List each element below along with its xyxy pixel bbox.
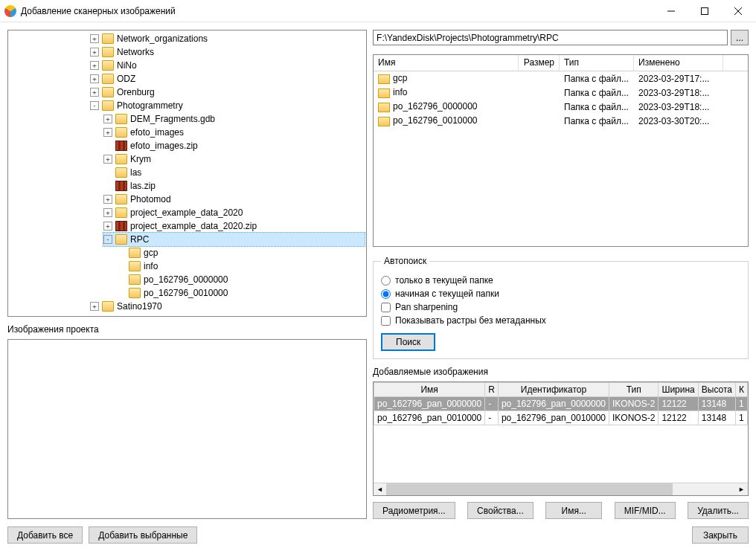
tree-item[interactable]: +DEM_Fragments.gdb	[103, 112, 365, 126]
scroll-thumb[interactable]	[386, 483, 673, 496]
collapse-icon[interactable]: -	[103, 235, 112, 244]
tree-item[interactable]: po_162796_0000000	[117, 273, 365, 286]
grid-cell: IKONOS-2	[609, 397, 659, 411]
tree-item-label: RPC	[130, 234, 149, 245]
tree-item-label: DEM_Fragments.gdb	[130, 114, 215, 124]
properties-button[interactable]: Свойства...	[467, 502, 534, 519]
file-list[interactable]: Имя Размер Тип Изменено gcpПапка с файл.…	[373, 54, 749, 247]
expand-icon[interactable]: +	[103, 128, 112, 137]
grid-col-width[interactable]: Ширина	[659, 383, 698, 397]
tree-item[interactable]: +project_example_data_2020.zip	[103, 219, 365, 233]
close-dialog-button[interactable]: Закрыть	[692, 526, 749, 544]
collapse-icon[interactable]: -	[90, 101, 99, 110]
tree-item[interactable]: +NiNo	[90, 59, 365, 72]
tree-item[interactable]: +Orenburg	[90, 86, 365, 99]
browse-button[interactable]: ...	[731, 30, 749, 45]
project-images-list[interactable]	[7, 339, 367, 519]
add-all-button[interactable]: Добавить все	[7, 526, 83, 544]
grid-col-height[interactable]: Высота	[698, 383, 735, 397]
tree-item[interactable]: info	[117, 260, 365, 273]
grid-row[interactable]: po_162796_pan_0010000-po_162796_pan_0010…	[374, 411, 748, 425]
grid-cell: 1	[736, 411, 748, 425]
mifmid-button[interactable]: MIF/MID...	[615, 502, 676, 519]
file-row[interactable]: gcpПапка с файл...2023-03-29T17:...	[374, 71, 748, 86]
tree-item[interactable]: gcp	[117, 246, 365, 260]
col-name[interactable]: Имя	[374, 55, 519, 71]
folder-icon	[102, 47, 114, 57]
tree-item[interactable]: las.zip	[103, 179, 365, 193]
folder-icon	[378, 117, 390, 126]
expand-icon[interactable]: +	[90, 48, 99, 57]
minimize-button[interactable]	[654, 0, 688, 22]
expand-icon[interactable]: +	[103, 195, 112, 204]
check-pan-sharpening[interactable]	[381, 303, 391, 312]
folder-icon	[115, 114, 127, 124]
expand-icon[interactable]: +	[90, 74, 99, 83]
expand-icon[interactable]: +	[90, 88, 99, 97]
delete-button[interactable]: Удалить...	[688, 502, 749, 519]
col-size[interactable]: Размер	[519, 55, 560, 71]
check-show-no-meta-label[interactable]: Показывать растры без метаданных	[395, 315, 546, 326]
tree-item[interactable]: +Networks	[90, 45, 365, 59]
tree-item[interactable]: -RPC	[103, 233, 365, 246]
file-row[interactable]: infoПапка с файл...2023-03-29T18:...	[374, 86, 748, 100]
grid-row[interactable]: po_162796_pan_0000000-po_162796_pan_0000…	[374, 397, 748, 411]
grid-cell: po_162796_pan_0010000	[498, 411, 609, 425]
close-button[interactable]	[721, 0, 755, 22]
tree-item[interactable]: -Photogrammetry	[90, 99, 365, 112]
tree-item[interactable]: +Krym	[103, 152, 365, 166]
tree-item-label: info	[144, 261, 158, 271]
grid-col-k[interactable]: К	[736, 383, 748, 397]
tree-item[interactable]: po_162796_0010000	[117, 286, 365, 300]
expand-icon[interactable]: +	[103, 115, 112, 123]
tree-item[interactable]: +Satino1970	[90, 300, 365, 313]
expand-icon[interactable]: +	[103, 208, 112, 217]
tree-item[interactable]: efoto_images.zip	[103, 139, 365, 152]
grid-col-r[interactable]: R	[485, 383, 499, 397]
tree-item[interactable]: +efoto_images	[103, 126, 365, 139]
radio-only-current-label[interactable]: только в текущей папке	[395, 275, 493, 286]
path-input[interactable]	[373, 30, 728, 45]
tree-item-label: gcp	[144, 248, 158, 258]
search-button[interactable]: Поиск	[381, 333, 435, 351]
scroll-right-icon[interactable]: ►	[735, 483, 748, 496]
tree-item-label: ODZ	[117, 74, 135, 84]
folder-icon	[102, 74, 114, 84]
radio-from-current[interactable]	[381, 289, 391, 299]
radiometry-button[interactable]: Радиометрия...	[373, 502, 455, 519]
file-row[interactable]: po_162796_0010000Папка с файл...2023-03-…	[374, 114, 748, 128]
add-selected-button[interactable]: Добавить выбранные	[89, 526, 197, 544]
grid-col-id[interactable]: Идентификатор	[498, 383, 609, 397]
expand-icon[interactable]: +	[90, 34, 99, 43]
expand-spacer	[117, 275, 126, 284]
expand-icon[interactable]: +	[103, 155, 112, 164]
tree-item[interactable]: +ODZ	[90, 72, 365, 86]
radio-from-current-label[interactable]: начиная с текущей папки	[395, 289, 499, 299]
grid-col-type[interactable]: Тип	[609, 383, 659, 397]
expand-spacer	[103, 181, 112, 190]
check-pan-sharpening-label[interactable]: Pan sharpening	[395, 302, 458, 312]
grid-col-name[interactable]: Имя	[374, 383, 485, 397]
grid-hscroll[interactable]: ◄ ►	[374, 483, 748, 495]
col-modified[interactable]: Изменено	[634, 55, 723, 71]
tree-item[interactable]: +project_example_data_2020	[103, 206, 365, 219]
scroll-left-icon[interactable]: ◄	[374, 483, 386, 496]
radio-only-current[interactable]	[381, 276, 391, 286]
scroll-track[interactable]	[386, 483, 735, 496]
tree-item-label: las.zip	[130, 181, 156, 191]
col-type[interactable]: Тип	[560, 55, 634, 71]
maximize-button[interactable]	[688, 0, 721, 22]
expand-icon[interactable]: +	[90, 61, 99, 70]
tree-item[interactable]: las	[103, 166, 365, 179]
images-grid[interactable]: Имя R Идентификатор Тип Ширина Высота К …	[373, 381, 749, 496]
name-button[interactable]: Имя...	[545, 502, 602, 519]
expand-icon[interactable]: +	[103, 222, 112, 231]
folder-icon	[115, 154, 127, 164]
grid-cell: 12122	[659, 411, 698, 425]
folder-tree[interactable]: +Network_organizations+Networks+NiNo+ODZ…	[7, 30, 367, 317]
check-show-no-meta[interactable]	[381, 316, 391, 326]
tree-item[interactable]: +Photomod	[103, 193, 365, 206]
expand-icon[interactable]: +	[90, 302, 99, 311]
tree-item[interactable]: +Network_organizations	[90, 32, 365, 45]
file-row[interactable]: po_162796_0000000Папка с файл...2023-03-…	[374, 100, 748, 114]
